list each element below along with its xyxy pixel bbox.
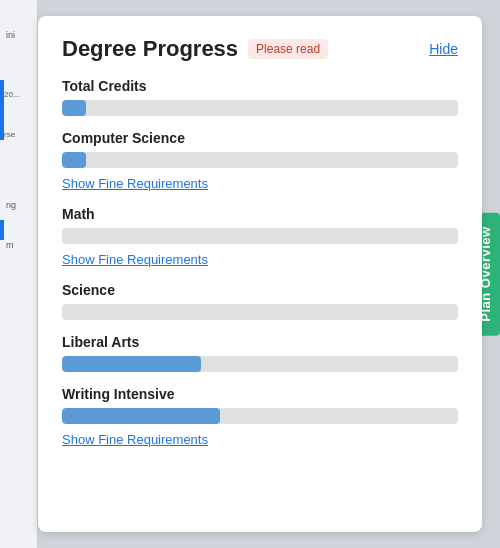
progress-bar-bg-liberal-arts [62,356,458,372]
section-computer-science: Computer Science Show Fine Requirements [62,130,458,192]
progress-bar-fill-liberal-arts [62,356,201,372]
left-sidebar: ini 20... rse ng m [0,0,38,548]
please-read-badge: Please read [248,39,328,59]
progress-bar-bg-computer-science [62,152,458,168]
hide-link[interactable]: Hide [429,41,458,57]
progress-bar-fill-total-credits [62,100,86,116]
progress-bar-fill-computer-science [62,152,86,168]
section-writing-intensive: Writing Intensive Show Fine Requirements [62,386,458,448]
progress-bar-bg-math [62,228,458,244]
section-label-computer-science: Computer Science [62,130,458,146]
sidebar-accent-2 [0,220,4,240]
section-math: Math Show Fine Requirements [62,206,458,268]
sidebar-text-2: 20... [4,90,20,99]
section-liberal-arts: Liberal Arts [62,334,458,372]
section-science: Science [62,282,458,320]
card-header: Degree Progress Please read Hide [62,36,458,62]
section-label-writing-intensive: Writing Intensive [62,386,458,402]
card-title: Degree Progress [62,36,238,62]
page-wrapper: ini 20... rse ng m Plan Overview Degree … [0,0,500,548]
sidebar-text-5: m [6,240,14,250]
section-label-liberal-arts: Liberal Arts [62,334,458,350]
show-fine-req-writing-intensive[interactable]: Show Fine Requirements [62,432,208,447]
show-fine-req-math[interactable]: Show Fine Requirements [62,252,208,267]
progress-bar-bg-science [62,304,458,320]
degree-progress-card: Degree Progress Please read Hide Total C… [38,16,482,532]
progress-bar-bg-writing-intensive [62,408,458,424]
progress-bar-bg-total-credits [62,100,458,116]
section-label-science: Science [62,282,458,298]
sidebar-text-4: ng [6,200,16,210]
section-total-credits: Total Credits [62,78,458,116]
section-label-math: Math [62,206,458,222]
sidebar-text-3: rse [4,130,15,139]
section-label-total-credits: Total Credits [62,78,458,94]
progress-bar-fill-writing-intensive [62,408,220,424]
sidebar-text-1: ini [6,30,15,40]
show-fine-req-computer-science[interactable]: Show Fine Requirements [62,176,208,191]
